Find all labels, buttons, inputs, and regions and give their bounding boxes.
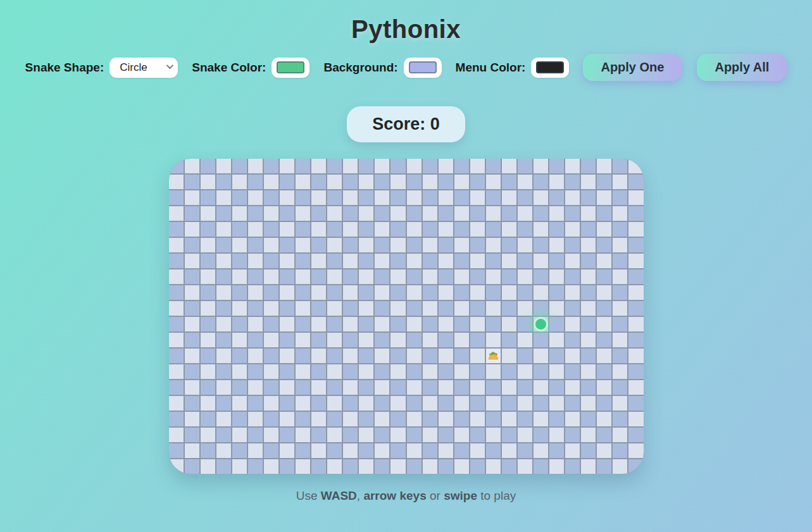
board-cell (534, 364, 548, 379)
board-cell (597, 443, 611, 458)
board-cell (311, 159, 326, 173)
board-cell (518, 364, 532, 379)
board-cell (264, 254, 278, 268)
board-cell (264, 222, 278, 237)
board-cell (407, 317, 422, 331)
board-cell (280, 301, 294, 316)
snake-color-picker[interactable] (272, 58, 309, 78)
board-cell (375, 428, 389, 442)
board-cell (248, 285, 263, 300)
board-cell (423, 159, 437, 173)
board-cell (169, 175, 184, 189)
board-cell (185, 175, 199, 189)
board-cell (296, 301, 310, 316)
board-cell (407, 238, 422, 252)
board-cell (454, 317, 469, 331)
board-cell (581, 443, 596, 458)
board-cell (502, 159, 516, 173)
board-cell (311, 190, 326, 205)
board-cell (311, 222, 326, 237)
board-cell (216, 301, 231, 316)
board-cell (264, 443, 278, 458)
board-cell (248, 380, 263, 395)
board-cell (549, 238, 564, 252)
board-cell (185, 380, 199, 395)
board-cell (248, 269, 263, 284)
board-cell (375, 190, 389, 205)
board-cell (439, 349, 453, 363)
board-cell (549, 285, 564, 300)
board-cell (454, 380, 469, 395)
snake-shape-select[interactable]: Circle (109, 58, 178, 78)
board-cell (407, 412, 422, 426)
board-cell (169, 333, 184, 347)
board-cell (549, 159, 564, 173)
board-cell (454, 301, 469, 316)
board-cell (248, 254, 263, 268)
board-cell (597, 333, 611, 347)
board-cell (327, 159, 342, 173)
board-cell (454, 412, 469, 426)
board-cell (216, 238, 231, 252)
game-board[interactable] (169, 159, 644, 474)
board-cell (534, 222, 548, 237)
board-cell (264, 301, 278, 316)
board-cell (343, 159, 358, 173)
board-cell (311, 349, 326, 363)
board-cell (470, 428, 485, 442)
board-cell (359, 349, 373, 363)
board-cell (296, 380, 310, 395)
board-cell (169, 254, 184, 268)
board-cell (439, 317, 453, 331)
board-cell (581, 364, 596, 379)
board-cell (549, 428, 564, 442)
board-cell (201, 238, 215, 252)
board-cell (439, 380, 453, 395)
board-cell (470, 206, 485, 221)
board-cell (613, 428, 627, 442)
board-cell (375, 175, 389, 189)
background-color-picker[interactable] (404, 58, 442, 78)
board-cell (518, 222, 532, 237)
board-cell (296, 428, 310, 442)
board-cell (549, 317, 564, 331)
board-cell (280, 159, 294, 173)
board-cell (232, 412, 247, 426)
board-cell (613, 175, 627, 189)
board-cell (486, 317, 501, 331)
board-cell (486, 285, 501, 300)
board-cell (439, 238, 453, 252)
board-cell (169, 428, 184, 442)
board-cell (296, 317, 310, 331)
menu-color-picker[interactable] (531, 58, 569, 78)
board-cell (534, 285, 548, 300)
board-cell (486, 269, 501, 284)
board-cell (280, 222, 294, 237)
board-cell (359, 175, 373, 189)
instructions-text: Use WASD, arrow keys or swipe to play (296, 489, 516, 503)
board-cell (470, 364, 485, 379)
apply-one-button[interactable]: Apply One (583, 54, 682, 81)
board-cell (454, 443, 469, 458)
board-cell (185, 285, 199, 300)
board-cell (549, 349, 564, 363)
board-cell (375, 254, 389, 268)
board-cell (454, 238, 469, 252)
board-cell (390, 254, 405, 268)
board-cell (311, 412, 326, 426)
board-cell (311, 333, 326, 347)
board-cell (518, 238, 532, 252)
board-cell (439, 412, 453, 426)
board-cell (343, 428, 358, 442)
board-cell (581, 175, 596, 189)
board-cell (628, 301, 643, 316)
apply-all-button[interactable]: Apply All (697, 54, 787, 81)
board-cell (613, 301, 627, 316)
board-cell (565, 222, 580, 237)
board-cell (423, 364, 437, 379)
board-cell (201, 349, 215, 363)
board-cell (185, 238, 199, 252)
board-cell (390, 333, 405, 347)
board-cell (311, 364, 326, 379)
board-cell (486, 301, 501, 316)
